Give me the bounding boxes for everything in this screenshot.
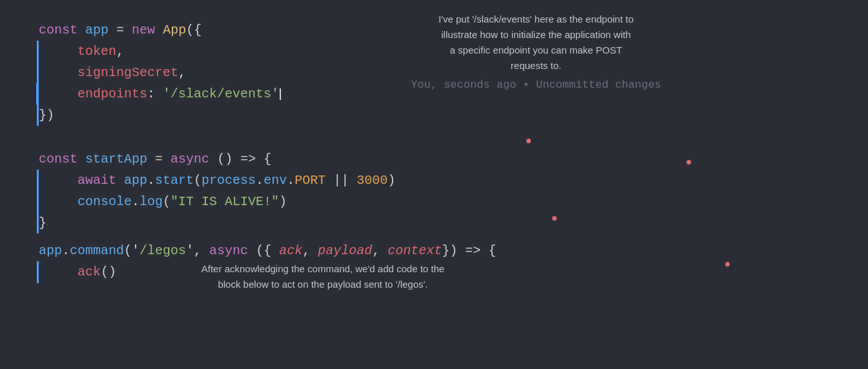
code-block-3: app.command('/legos', async ({ ack, payl… (0, 240, 868, 283)
code-block-2: const startApp = async () => { await app… (0, 148, 868, 234)
tooltip-1-status: You, seconds ago • Uncommitted changes (375, 79, 698, 91)
code-line-s2: await app.start(process.env.PORT || 3000… (39, 170, 868, 191)
gap-1 (0, 126, 868, 148)
gap-2 (0, 234, 868, 240)
tooltip-1: I've put '/slack/events' here as the end… (375, 12, 698, 91)
code-line-s4: } (39, 212, 868, 234)
block2-vertical-bar (37, 170, 39, 234)
active-line-indicator (36, 83, 39, 105)
code-line-t2: ack() (39, 261, 868, 283)
code-line-s3: console.log("IT IS ALIVE!") (39, 191, 868, 212)
code-line-5: }) (39, 105, 868, 126)
code-editor: const app = new App({ token, signingSecr… (0, 0, 868, 369)
floating-dot-1 (526, 139, 531, 143)
code-line-s1: const startApp = async () => { (39, 148, 868, 170)
block3-vertical-bar (37, 261, 39, 283)
tooltip-1-text: I've put '/slack/events' here as the end… (375, 12, 698, 74)
code-line-t1: app.command('/legos', async ({ ack, payl… (39, 240, 868, 261)
